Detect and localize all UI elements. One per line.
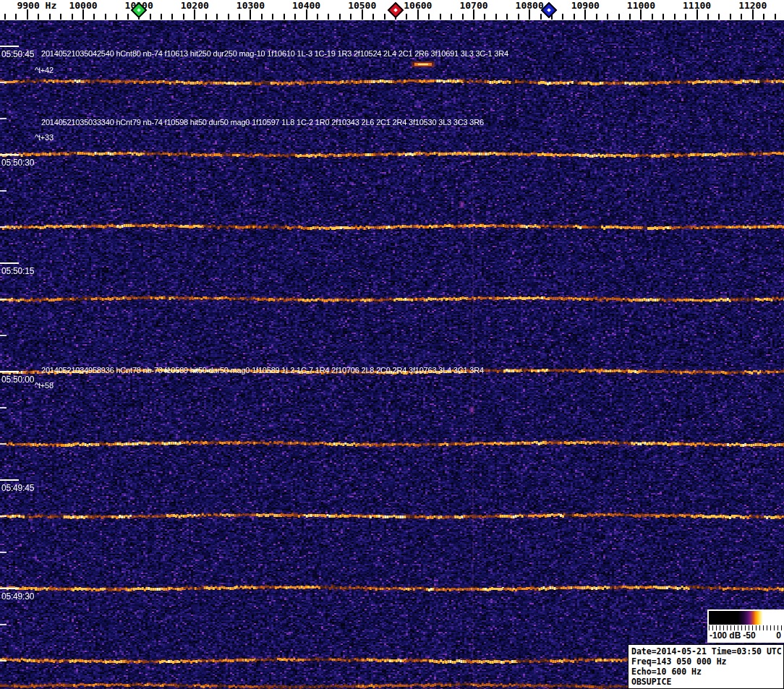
- frequency-tick: [618, 14, 620, 20]
- marker-blue-center-dot: [547, 8, 551, 12]
- frequency-tick: [183, 14, 184, 20]
- frequency-tick: [462, 14, 464, 20]
- frequency-tick: [384, 14, 385, 20]
- time-label: 05:50:45: [1, 49, 34, 59]
- frequency-tick: [562, 14, 563, 20]
- frequency-label: 10900: [571, 0, 600, 11]
- frequency-tick: [506, 14, 508, 20]
- frequency-label: 10800: [516, 0, 544, 11]
- frequency-label: 11000: [627, 0, 655, 11]
- time-label: 05:50:15: [1, 266, 34, 276]
- meteor-event-annotation: 20140521035033340 hCnt79 nb-74 f10598 hi…: [41, 118, 484, 127]
- time-label: 05:49:30: [1, 591, 34, 602]
- frequency-tick: [161, 14, 162, 20]
- frequency-label: 10200: [181, 0, 209, 11]
- frequency-tick: [216, 14, 218, 20]
- meteor-event-time-offset: ^t+33: [35, 133, 54, 142]
- frequency-tick: [696, 9, 698, 20]
- frequency-tick: [339, 14, 341, 20]
- frequency-tick: [38, 14, 39, 20]
- time-minor-tick: [0, 624, 7, 625]
- spectrogram-area: 05:50:4505:50:3005:50:1505:50:0005:49:45…: [0, 20, 784, 689]
- frequency-label: 10400: [292, 0, 320, 11]
- spectrogram-app: 9900 Hz100001010010200103001040010500106…: [0, 0, 784, 689]
- frequency-tick: [127, 14, 129, 20]
- frequency-tick: [718, 14, 720, 20]
- frequency-tick: [350, 14, 351, 20]
- frequency-tick: [574, 14, 575, 20]
- time-minor-tick: [0, 660, 7, 662]
- frequency-tick: [495, 14, 497, 20]
- meteor-event-annotation: 20140521034958936 hCnt78 nb-73 f10589 hi…: [41, 366, 484, 375]
- frequency-tick: [194, 9, 195, 20]
- frequency-tick: [629, 14, 631, 20]
- frequency-tick: [72, 14, 73, 20]
- colorbar-legend: -100 dB -50 0: [707, 609, 784, 643]
- frequency-tick: [261, 14, 263, 20]
- frequency-label: 10700: [459, 0, 487, 11]
- frequency-tick: [440, 14, 441, 20]
- frequency-tick: [82, 9, 84, 20]
- info-station-line: OBSUPICE: [631, 677, 780, 687]
- frequency-label: 10600: [404, 0, 432, 11]
- colorbar-label-min: -100 dB: [710, 630, 741, 641]
- frequency-tick: [428, 14, 430, 20]
- frequency-tick: [228, 14, 229, 20]
- colorbar-labels: -100 dB -50 0: [707, 630, 784, 642]
- frequency-tick: [150, 14, 151, 20]
- frequency-tick: [451, 14, 452, 20]
- frequency-tick: [294, 14, 296, 20]
- time-tick: [0, 588, 19, 589]
- frequency-tick: [674, 14, 676, 20]
- frequency-tick: [662, 14, 664, 20]
- frequency-tick: [484, 14, 485, 20]
- frequency-label: 10300: [237, 0, 265, 11]
- frequency-tick: [60, 14, 61, 20]
- frequency-label: 9900 Hz: [17, 0, 56, 11]
- frequency-tick: [752, 9, 754, 20]
- frequency-tick: [116, 14, 117, 20]
- frequency-tick: [406, 14, 407, 20]
- time-tick: [0, 371, 19, 372]
- frequency-tick: [171, 14, 173, 20]
- frequency-tick: [640, 9, 642, 20]
- frequency-tick: [652, 14, 653, 20]
- time-tick: [0, 479, 19, 481]
- frequency-tick: [239, 14, 240, 20]
- frequency-tick: [518, 14, 519, 20]
- frequency-tick: [775, 14, 776, 20]
- frequency-tick: [596, 14, 597, 20]
- frequency-tick: [284, 14, 285, 20]
- frequency-tick: [250, 9, 251, 20]
- time-label: 05:50:30: [1, 158, 34, 168]
- time-label: 05:49:45: [1, 483, 34, 493]
- time-tick: [0, 262, 19, 264]
- time-tick: [0, 46, 19, 47]
- frequency-tick: [15, 14, 17, 20]
- frequency-tick: [362, 9, 363, 20]
- time-minor-tick: [0, 118, 7, 119]
- frequency-tick: [4, 14, 6, 20]
- frequency-axis: 9900 Hz100001010010200103001040010500106…: [0, 0, 784, 20]
- time-minor-tick: [0, 82, 7, 83]
- frequency-tick: [93, 14, 95, 20]
- frequency-label: 10500: [348, 0, 376, 11]
- time-minor-tick: [0, 552, 7, 553]
- colorbar-label-mid: -50: [743, 630, 755, 641]
- marker-red-icon: [388, 2, 404, 19]
- frequency-label: 11200: [738, 0, 767, 11]
- frequency-tick: [306, 9, 307, 20]
- marker-red-center-dot: [393, 8, 398, 12]
- colorbar-ticks: [709, 625, 783, 630]
- frequency-tick: [272, 14, 273, 20]
- frequency-tick: [417, 9, 419, 20]
- time-minor-tick: [0, 335, 7, 336]
- frequency-tick: [730, 14, 731, 20]
- frequency-tick: [707, 14, 709, 20]
- frequency-tick: [584, 9, 586, 20]
- frequency-tick: [49, 14, 51, 20]
- info-echo-line: Echo=10 600 Hz: [631, 667, 780, 677]
- frequency-tick: [607, 14, 608, 20]
- marker-green-center-dot: [137, 8, 141, 12]
- frequency-label: 11100: [683, 0, 711, 11]
